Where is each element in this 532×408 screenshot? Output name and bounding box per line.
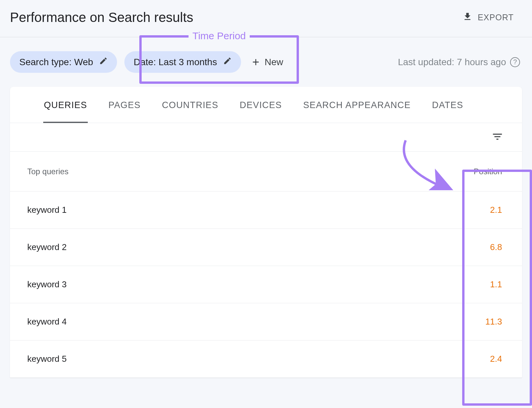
table-row[interactable]: keyword 2 6.8 bbox=[10, 229, 522, 266]
cell-query: keyword 2 bbox=[27, 242, 445, 252]
download-icon bbox=[463, 12, 472, 24]
queries-table: Top queries Position keyword 1 2.1 keywo… bbox=[10, 152, 522, 378]
table-row[interactable]: keyword 3 1.1 bbox=[10, 266, 522, 303]
table-row[interactable]: keyword 5 2.4 bbox=[10, 340, 522, 378]
date-chip-label: Date: Last 3 months bbox=[134, 57, 217, 68]
new-label: New bbox=[265, 57, 283, 68]
tab-countries[interactable]: COUNTRIES bbox=[161, 98, 219, 123]
filter-icon[interactable] bbox=[491, 131, 503, 144]
cell-query: keyword 4 bbox=[27, 317, 445, 327]
table-header: Top queries Position bbox=[10, 152, 522, 192]
plus-icon: + bbox=[252, 56, 259, 68]
pencil-icon bbox=[99, 57, 108, 68]
cell-query: keyword 1 bbox=[27, 205, 445, 215]
tab-devices[interactable]: DEVICES bbox=[239, 98, 283, 123]
tab-pages[interactable]: PAGES bbox=[108, 98, 141, 123]
cell-position: 2.1 bbox=[445, 205, 505, 215]
tab-search-appearance[interactable]: SEARCH APPEARANCE bbox=[303, 98, 412, 123]
cell-position: 11.3 bbox=[445, 317, 505, 327]
search-type-chip-label: Search type: Web bbox=[19, 57, 93, 68]
help-icon[interactable]: ? bbox=[510, 57, 520, 67]
cell-position: 6.8 bbox=[445, 242, 505, 252]
new-filter-button[interactable]: + New bbox=[252, 56, 283, 68]
column-header-position[interactable]: Position bbox=[445, 167, 505, 176]
tabs: QUERIES PAGES COUNTRIES DEVICES SEARCH A… bbox=[10, 87, 522, 123]
column-header-query[interactable]: Top queries bbox=[27, 167, 445, 176]
export-button[interactable]: EXPORT bbox=[463, 12, 522, 24]
cell-query: keyword 5 bbox=[27, 354, 445, 364]
tab-dates[interactable]: DATES bbox=[431, 98, 464, 123]
page-title: Performance on Search results bbox=[10, 10, 193, 25]
results-card: QUERIES PAGES COUNTRIES DEVICES SEARCH A… bbox=[10, 87, 522, 378]
table-row[interactable]: keyword 4 11.3 bbox=[10, 303, 522, 340]
search-type-chip[interactable]: Search type: Web bbox=[10, 51, 117, 73]
cell-position: 1.1 bbox=[445, 279, 505, 290]
last-updated: Last updated: 7 hours ago ? bbox=[398, 57, 522, 68]
cell-query: keyword 3 bbox=[27, 279, 445, 290]
last-updated-text: Last updated: 7 hours ago bbox=[398, 57, 506, 68]
table-row[interactable]: keyword 1 2.1 bbox=[10, 192, 522, 229]
cell-position: 2.4 bbox=[445, 354, 505, 364]
filter-bar: Search type: Web Date: Last 3 months + N… bbox=[10, 37, 522, 87]
export-label: EXPORT bbox=[478, 13, 514, 22]
tab-queries[interactable]: QUERIES bbox=[43, 98, 88, 123]
date-chip[interactable]: Date: Last 3 months bbox=[124, 51, 241, 73]
pencil-icon bbox=[223, 57, 232, 68]
